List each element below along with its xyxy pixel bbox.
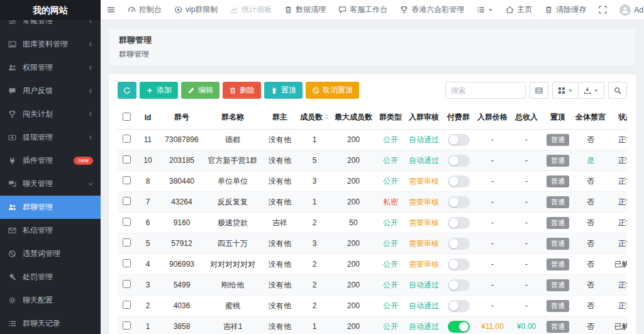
navbar-left: 控制台vip群限制统计面板数据清理客服工作台香港六合彩管理 [101,0,470,20]
cancel-top-button[interactable]: 取消置顶 [306,82,359,99]
sidebar-item-feedback[interactable]: 用户反馈 [0,79,101,103]
row-checkbox[interactable] [123,321,131,330]
paid-toggle[interactable] [448,175,470,187]
audit-mode: 需要审核 [409,239,439,248]
table-row[interactable]: 10203185官方新手营1群没有他5200公开自动通过--普通是正常202 [118,150,627,171]
cell-members: 1 [297,130,331,150]
export-button[interactable] [578,82,604,99]
paid-toggle[interactable] [448,279,470,291]
cell-max_members: 200 [331,171,375,192]
cell-mute: 否 [573,171,608,192]
nav-item-lottery[interactable]: 香港六合彩管理 [394,0,470,20]
chevron-left-icon [88,111,93,117]
nav-item-homepage[interactable]: 主页 [499,0,538,20]
group_no-value: 906993 [169,260,194,269]
table-row[interactable]: 1173087896德都没有他1200公开自动通过--普通否正常202 [118,130,627,150]
cell-name: 刚给他 [203,275,262,296]
nav-item-service-desk[interactable]: 客服工作台 [332,0,394,20]
search-toggle-button[interactable] [608,82,627,99]
cell-income: - [510,275,543,296]
add-button[interactable]: 添加 [140,82,178,99]
row-checkbox[interactable] [123,259,131,267]
paid-toggle[interactable] [448,155,470,167]
cell-top: 普通 [543,316,573,334]
cell-name: 反反复复 [203,192,262,213]
delete-button[interactable]: 删除 [223,82,261,99]
nav-item-vip-limit[interactable]: vip群限制 [168,0,224,20]
table-scroll-area[interactable]: Id群号群名称群主成员数最大成员数群类型入群审核付费群入群价格总收入置顶全体禁言… [118,106,627,334]
columns-button[interactable] [552,82,579,99]
table-row[interactable]: 743264反反复复没有他1200私密需要审核--普通否正常202 [118,192,627,213]
sidebar-item-gallery[interactable]: 图库资料管理 [0,33,101,56]
paid-toggle[interactable] [448,217,470,229]
row-checkbox[interactable] [123,197,131,205]
sidebar-item-chat[interactable]: 聊天管理 [0,172,101,196]
row-checkbox[interactable] [123,135,131,143]
nav-item-menu-toggle[interactable] [101,0,121,20]
paid-toggle[interactable] [448,321,470,333]
table-row[interactable]: 4906993对对对对对对没有他2200公开需要审核--普通否已解散202 [118,254,627,275]
name-value: 德都 [225,135,240,144]
nav-item-account[interactable]: Admin [613,0,644,20]
sidebar-item-level-plan[interactable]: 闯关计划 [0,103,101,126]
paid-toggle[interactable] [448,196,470,208]
name-value: 对对对对对对 [210,260,255,269]
cell-price: - [475,213,510,233]
toggle-view-button[interactable] [530,82,548,99]
top-button[interactable]: 置顶 [264,82,303,99]
nav-item-stats-panel[interactable]: 统计面板 [224,0,278,20]
sidebar-item-permission[interactable]: 权限管理 [0,56,101,79]
table-row[interactable]: 69160极速贷款吉祥250公开需要审核--普通否正常202 [118,213,627,233]
members-value: 2 [313,281,317,289]
trophy-icon [8,110,17,118]
envelope-icon [8,226,17,235]
cell-owner: 没有他 [262,275,297,296]
sidebar-item-chat-config[interactable]: 聊天配置 [0,289,101,312]
nav-item-dashboard[interactable]: 控制台 [121,0,168,20]
row-checkbox[interactable] [123,280,131,288]
income-value: - [525,218,528,227]
nav-item-data-clean[interactable]: 数据清理 [278,0,332,20]
sidebar-item-group-chat[interactable]: 群聊管理 [0,196,101,219]
sidebar-item-plugins[interactable]: 插件管理new [0,149,101,172]
table-row[interactable]: 13858吉祥1没有他1200公开自动通过¥11.00¥0.00普通否已解散20… [118,316,627,334]
owner-value: 吉祥 [272,218,287,227]
row-checkbox[interactable] [123,238,131,247]
table-row[interactable]: 24036蜜桃没有他2200公开自动通过--普通否正常202 [118,296,627,316]
col-members[interactable]: 成员数 [297,106,331,130]
top-badge: 普通 [547,279,569,291]
name-value: 吉祥1 [223,322,243,331]
sidebar-item-general[interactable]: 常规管理 [0,20,101,33]
select-all-checkbox[interactable] [123,113,131,121]
cell-paid [442,171,475,192]
col-price: 入群价格 [475,106,510,130]
paid-toggle[interactable] [448,238,470,250]
cell-type: 公开 [375,213,406,233]
income-value: - [525,135,528,144]
search-input[interactable] [445,82,526,99]
sidebar-item-withdraw[interactable]: 提现管理 [0,126,101,149]
cell-paid [442,254,475,275]
row-checkbox[interactable] [123,218,131,226]
sidebar-item-group-history[interactable]: 群聊天记录 [0,312,101,334]
table-row[interactable]: 557912四五十万没有他3200公开需要审核--普通否正常202 [118,233,627,254]
nav-item-clear-cache[interactable]: 清除缓存 [538,0,592,20]
paid-toggle[interactable] [448,300,470,312]
paid-toggle[interactable] [448,134,470,146]
table-row[interactable]: 35499刚给他没有他2200公开自动通过--普通否正常202 [118,275,627,296]
sidebar-item-private-msg[interactable]: 私信管理 [0,219,101,242]
refresh-button[interactable] [118,82,136,99]
sidebar-item-punishment[interactable]: 处罚管理 [0,265,101,289]
nav-item-fullscreen[interactable] [592,0,613,20]
row-checkbox[interactable] [123,176,131,184]
cell-owner: 没有他 [262,150,297,171]
nav-item-tabs-menu[interactable] [470,0,499,20]
edit-button[interactable]: 编辑 [181,82,219,99]
table-row[interactable]: 8380440单位单位没有他3200公开需要审核--普通否正常202 [118,171,627,192]
paid-toggle[interactable] [448,259,470,270]
row-checkbox[interactable] [123,301,131,309]
row-checkbox[interactable] [123,155,131,164]
nav-item-label: 主页 [517,4,532,15]
cell-id: 4 [135,254,160,275]
sidebar-item-banned-words[interactable]: 违禁词管理 [0,242,101,265]
